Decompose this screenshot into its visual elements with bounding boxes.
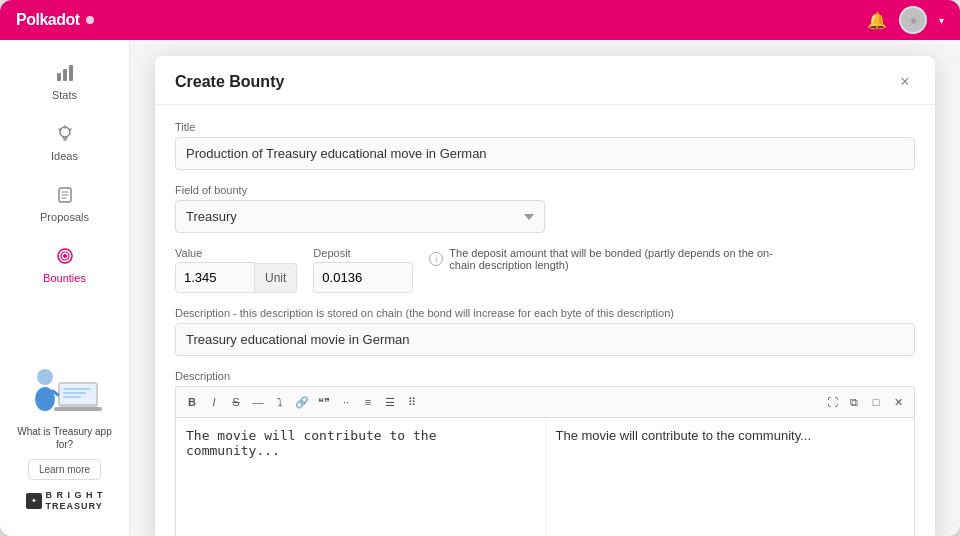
sidebar-proposals-label: Proposals	[40, 211, 89, 223]
field-of-bounty-label: Field of bounty	[175, 184, 915, 196]
modal-overlay: Create Bounty × Title Field of bounty	[130, 40, 960, 536]
proposals-icon	[56, 186, 74, 207]
sidebar-question: What is Treasury app for?	[8, 425, 121, 451]
info-icon: i	[429, 252, 443, 266]
stats-icon	[56, 64, 74, 85]
close-editor-button[interactable]: ✕	[888, 392, 908, 412]
topbar-left: Polkadot	[16, 11, 94, 29]
bright-treasury-text: B R I G H T TREASURY	[46, 490, 104, 512]
notification-icon[interactable]: 🔔	[867, 11, 887, 30]
bounties-icon	[56, 247, 74, 268]
sidebar-bottom: What is Treasury app for? Learn more ✦ B…	[0, 335, 129, 524]
svg-point-13	[63, 254, 67, 258]
topbar: Polkadot 🔔 ◉ ▾	[0, 0, 960, 40]
short-description-label: Description - this description is stored…	[175, 307, 915, 319]
unit-badge: Unit	[255, 263, 297, 293]
preview-button[interactable]: □	[866, 392, 886, 412]
ideas-icon	[56, 125, 74, 146]
svg-line-6	[69, 129, 71, 131]
toolbar-right: ⛶ ⧉ □ ✕	[822, 392, 908, 412]
bright-logo-icon: ✦	[26, 493, 42, 509]
svg-rect-18	[54, 407, 102, 411]
topbar-right: 🔔 ◉ ▾	[867, 6, 944, 34]
svg-point-14	[37, 369, 53, 385]
split-button[interactable]: ⧉	[844, 392, 864, 412]
title-input[interactable]	[175, 137, 915, 170]
ul-button[interactable]: ≡	[358, 392, 378, 412]
quote-button[interactable]: ❝❞	[314, 392, 334, 412]
code-button[interactable]: ··	[336, 392, 356, 412]
modal-header: Create Bounty ×	[155, 56, 935, 105]
illustration	[20, 347, 110, 417]
indent-button[interactable]: ⤵	[270, 392, 290, 412]
grid-button[interactable]: ⠿	[402, 392, 422, 412]
short-description-group: Description - this description is stored…	[175, 307, 915, 356]
avatar-chevron[interactable]: ▾	[939, 15, 944, 26]
sidebar-item-ideas[interactable]: Ideas	[0, 113, 129, 174]
deposit-info-text: i The deposit amount that will be bonded…	[429, 247, 779, 271]
deposit-input[interactable]	[313, 262, 413, 293]
field-of-bounty-select[interactable]: Treasury Design Development Marketing	[175, 200, 545, 233]
sidebar-item-stats[interactable]: Stats	[0, 52, 129, 113]
deposit-label: Deposit	[313, 247, 413, 259]
deposit-group: Deposit	[313, 247, 413, 293]
link-button[interactable]: 🔗	[292, 392, 312, 412]
svg-rect-2	[69, 65, 73, 81]
expand-button[interactable]: ⛶	[822, 392, 842, 412]
sidebar-bounties-label: Bounties	[43, 272, 86, 284]
value-group: Value Unit	[175, 247, 297, 293]
content-area: Create Bounty × Title Field of bounty	[130, 40, 960, 536]
bold-button[interactable]: B	[182, 392, 202, 412]
ol-button[interactable]: ☰	[380, 392, 400, 412]
modal-title: Create Bounty	[175, 73, 284, 91]
editor-container: The movie will contribute to the communi…	[175, 417, 915, 536]
app-logo: Polkadot	[16, 11, 80, 29]
close-button[interactable]: ×	[895, 72, 915, 92]
main-layout: Stats Ideas Proposals Bounties	[0, 40, 960, 536]
value-input-group: Unit	[175, 262, 297, 293]
description-preview: The movie will contribute to the communi…	[546, 418, 915, 536]
modal-body: Title Field of bounty Treasury Design De…	[155, 105, 935, 536]
value-deposit-row: Value Unit Deposit i	[175, 247, 915, 293]
svg-rect-0	[57, 73, 61, 81]
svg-rect-1	[63, 69, 67, 81]
description-group: Description B I S — ⤵ 🔗 ❝❞ ·· ≡	[175, 370, 915, 536]
sidebar-item-bounties[interactable]: Bounties	[0, 235, 129, 296]
value-label: Value	[175, 247, 297, 259]
bright-treasury-logo: ✦ B R I G H T TREASURY	[8, 490, 121, 512]
italic-button[interactable]: I	[204, 392, 224, 412]
short-description-input[interactable]	[175, 323, 915, 356]
editor-toolbar: B I S — ⤵ 🔗 ❝❞ ·· ≡ ☰ ⠿	[175, 386, 915, 417]
learn-more-button[interactable]: Learn more	[28, 459, 101, 480]
title-label: Title	[175, 121, 915, 133]
avatar[interactable]: ◉	[899, 6, 927, 34]
description-label: Description	[175, 370, 915, 382]
sidebar-stats-label: Stats	[52, 89, 77, 101]
sidebar: Stats Ideas Proposals Bounties	[0, 40, 130, 536]
strikethrough-button[interactable]: S	[226, 392, 246, 412]
svg-line-5	[59, 129, 61, 131]
logo-dot	[86, 16, 94, 24]
field-of-bounty-group: Field of bounty Treasury Design Developm…	[175, 184, 915, 233]
description-editor[interactable]: The movie will contribute to the communi…	[176, 418, 546, 536]
line-button[interactable]: —	[248, 392, 268, 412]
value-input[interactable]	[175, 262, 255, 293]
title-group: Title	[175, 121, 915, 170]
sidebar-item-proposals[interactable]: Proposals	[0, 174, 129, 235]
create-bounty-modal: Create Bounty × Title Field of bounty	[155, 56, 935, 536]
sidebar-ideas-label: Ideas	[51, 150, 78, 162]
